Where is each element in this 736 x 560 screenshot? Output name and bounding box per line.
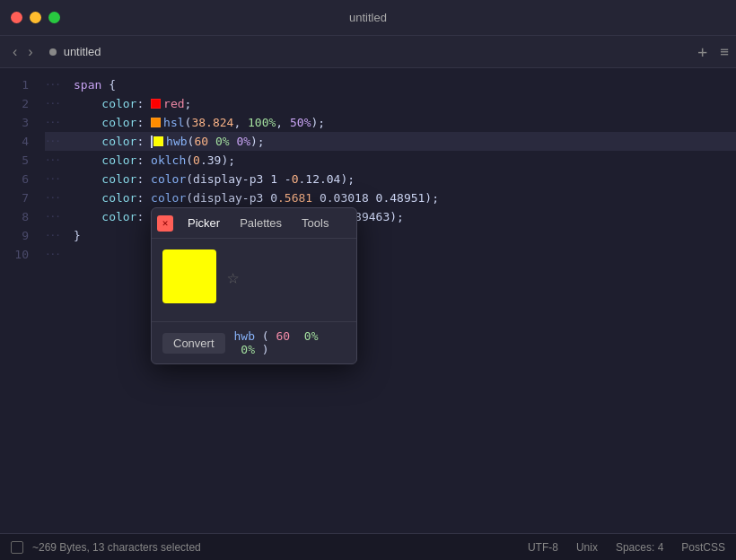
minimize-button[interactable] — [30, 12, 41, 23]
new-tab-button[interactable]: + — [697, 42, 707, 61]
picker-footer: Convert hwb ( 60 0% 0% ) — [152, 321, 356, 363]
convert-h: 60 — [276, 329, 291, 343]
code-content[interactable]: ··· span { ··· color : red ; ··· color :… — [38, 68, 736, 533]
code-line: ··· color : red ; — [45, 94, 736, 113]
window-title: untitled — [349, 11, 387, 24]
tab-tools[interactable]: Tools — [293, 208, 337, 239]
code-line: ··· color : oklch ( 0 .39 ); — [45, 151, 736, 170]
picker-tabs: Picker Palettes Tools — [179, 208, 351, 239]
convert-b: 0% — [234, 343, 255, 356]
line-ending-label[interactable]: Unix — [576, 541, 598, 554]
close-button[interactable] — [11, 12, 22, 23]
tab-dot — [49, 48, 57, 56]
code-line: ··· color : color (display-p3 0 0.51467 … — [45, 207, 736, 226]
color-picker-popup: ✕ Picker Palettes Tools ☆ — [151, 207, 357, 364]
tab-picker[interactable]: Picker — [179, 208, 229, 239]
back-button[interactable]: ‹ — [7, 44, 22, 60]
titlebar: untitled — [0, 0, 736, 36]
tab-label: untitled — [64, 45, 101, 58]
forward-button[interactable]: › — [22, 44, 38, 60]
encoding-label[interactable]: UTF-8 — [528, 541, 558, 554]
tab-palettes[interactable]: Palettes — [231, 208, 291, 239]
tab-menu-button[interactable]: ≡ — [720, 43, 729, 60]
code-line-active: ··· color : hwb ( 60 0% 0% ); — [45, 132, 736, 151]
maximize-button[interactable] — [48, 12, 60, 23]
color-swatch-hsl[interactable] — [151, 118, 161, 127]
code-line: ··· } — [45, 226, 736, 245]
statusbar: ~269 Bytes, 13 characters selected UTF-8… — [0, 533, 736, 560]
color-swatch-hwb[interactable] — [153, 136, 163, 146]
color-preview-row: ☆ — [162, 249, 346, 303]
picker-body: ☆ — [152, 239, 356, 321]
convert-value: hwb ( 60 0% 0% ) — [234, 329, 346, 356]
syntax-label[interactable]: PostCSS — [681, 541, 725, 554]
color-swatch-red[interactable] — [151, 99, 161, 109]
picker-header: ✕ Picker Palettes Tools — [152, 208, 356, 239]
titlebar-buttons — [11, 12, 60, 23]
line-numbers: 1 2 3 4 5 6 7 8 9 10 — [0, 68, 38, 533]
color-preview-swatch — [162, 249, 216, 303]
tab-item[interactable]: untitled — [39, 36, 112, 67]
close-icon: ✕ — [162, 217, 169, 229]
code-line: ··· — [45, 245, 736, 264]
status-file-info: ~269 Bytes, 13 characters selected — [32, 541, 201, 554]
picker-close-button[interactable]: ✕ — [157, 215, 173, 232]
indent-label[interactable]: Spaces: 4 — [616, 541, 663, 554]
editor-area: 1 2 3 4 5 6 7 8 9 10 ··· span { ··· colo… — [0, 68, 736, 533]
cursor — [151, 136, 153, 148]
favorite-button[interactable]: ☆ — [227, 266, 239, 288]
code-line: ··· color : hsl ( 38.824 , 100% , 50% ); — [45, 113, 736, 132]
tabbar: ‹ › untitled + ≡ — [0, 36, 736, 68]
convert-fn: hwb — [234, 329, 255, 343]
code-line: ··· color : color (display-p3 0 .5681 0.… — [45, 188, 736, 207]
status-icon — [11, 541, 23, 554]
convert-button[interactable]: Convert — [162, 333, 225, 354]
code-line: ··· color : color (display-p3 1 - 0 .12.… — [45, 170, 736, 188]
code-line: ··· span { — [45, 75, 736, 94]
convert-w: 0% — [297, 329, 318, 343]
status-right: UTF-8 Unix Spaces: 4 PostCSS — [528, 541, 725, 554]
